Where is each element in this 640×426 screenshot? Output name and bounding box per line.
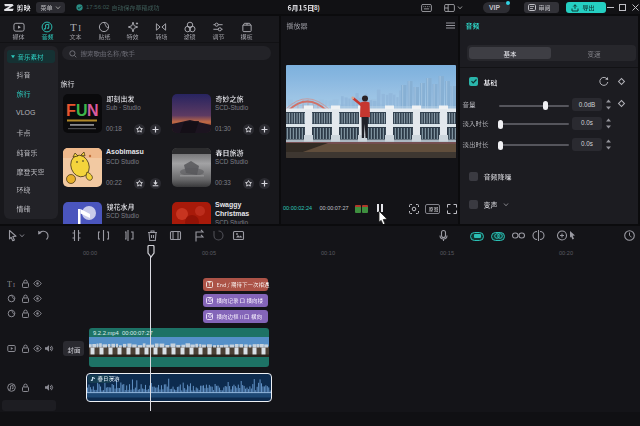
svg-text:I: I xyxy=(13,282,15,288)
svg-text:I: I xyxy=(78,24,81,33)
svg-text:U: U xyxy=(76,102,88,119)
svg-text:T: T xyxy=(7,280,12,289)
svg-text:T: T xyxy=(70,21,77,33)
svg-text:F: F xyxy=(66,102,76,119)
svg-text:N: N xyxy=(87,102,99,119)
